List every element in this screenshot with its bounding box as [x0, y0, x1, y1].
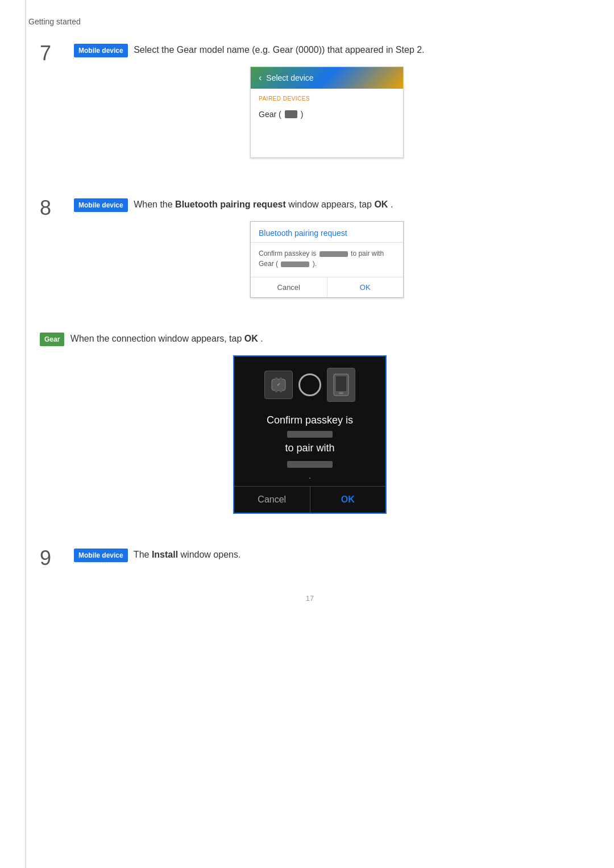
step-8: 8 Mobile device When the Bluetooth pairi… — [40, 198, 580, 309]
section-header: Getting started — [28, 17, 580, 26]
device-icon — [285, 110, 297, 118]
mobile-device-badge-7: Mobile device — [74, 44, 128, 57]
step-9-number: 9 — [40, 548, 68, 568]
step-9: 9 Mobile device The Install window opens… — [40, 548, 580, 571]
step-8-part1: When the — [134, 200, 175, 209]
gear-passkey-dot: . — [243, 471, 376, 480]
screen-empty-area — [251, 124, 403, 153]
bt-cancel-button[interactable]: Cancel — [251, 277, 327, 297]
gear-device-item[interactable]: Gear ( ) — [251, 104, 403, 124]
passkey-blur-2 — [281, 261, 309, 267]
select-device-header: ‹ Select device — [251, 67, 403, 89]
gear-device-paren-dialog: ). — [313, 260, 317, 268]
confirm-text-1: Confirm passkey is — [259, 250, 316, 258]
step-9-part1: The — [134, 550, 152, 559]
page-number: 17 — [306, 594, 314, 603]
paired-devices-label: PAIRED DEVICES — [251, 93, 403, 104]
gear-step-description: When the connection window appears, tap — [70, 334, 244, 343]
select-device-screen-wrapper: ‹ Select device PAIRED DEVICES Gear ( ) — [74, 67, 580, 175]
mobile-device-badge-9: Mobile device — [74, 549, 128, 562]
step-9-install: Install — [152, 550, 178, 559]
gear-device-name-area — [243, 461, 376, 468]
bt-dialog-body: Confirm passkey is to pair with Gear ( )… — [251, 243, 403, 277]
bt-pairing-dialog: Bluetooth pairing request Confirm passke… — [250, 221, 404, 298]
gear-step: Gear When the connection window appears,… — [40, 332, 580, 531]
bt-dialog-wrapper: Bluetooth pairing request Confirm passke… — [74, 221, 580, 309]
passkey-blur — [320, 251, 348, 257]
step-8-period: . — [391, 200, 393, 209]
gear-step-period: . — [260, 334, 263, 343]
gear-ok-button[interactable]: OK — [310, 487, 386, 513]
gear-step-ok: OK — [244, 334, 258, 343]
gear-confirm-screen: ✓ — [233, 355, 387, 514]
step-7: 7 Mobile device Select the Gear model na… — [40, 43, 580, 175]
gear-badge: Gear — [40, 333, 64, 346]
step-8-text: Mobile device When the Bluetooth pairing… — [74, 198, 580, 212]
bt-dialog-title: Bluetooth pairing request — [251, 222, 403, 243]
gear-step-content: Gear When the connection window appears,… — [40, 332, 580, 531]
step-7-description: Select the Gear model name (e.g. Gear (0… — [134, 45, 424, 55]
step-9-part2: window opens. — [181, 550, 241, 559]
step-8-ok: OK — [374, 200, 388, 209]
step-7-content: Mobile device Select the Gear model name… — [74, 43, 580, 175]
page-footer: 17 — [40, 594, 580, 603]
gear-step-text: Gear When the connection window appears,… — [40, 332, 580, 346]
step-8-number: 8 — [40, 198, 68, 218]
gear-passkey-blur — [287, 431, 333, 438]
select-device-screen: ‹ Select device PAIRED DEVICES Gear ( ) — [250, 67, 404, 158]
gear-device-name-dialog: Gear ( — [259, 260, 278, 268]
gear-device-name: Gear ( — [259, 110, 281, 119]
step-7-number: 7 — [40, 43, 68, 64]
step-9-content: Mobile device The Install window opens. — [74, 548, 580, 571]
step-8-bold: Bluetooth pairing request — [175, 200, 286, 209]
svg-rect-3 — [275, 390, 277, 392]
select-device-title: Select device — [266, 73, 313, 82]
svg-rect-1 — [275, 377, 277, 380]
ring-icon — [298, 373, 321, 396]
bt-ok-button[interactable]: OK — [327, 277, 404, 297]
phone-svg — [333, 373, 350, 396]
bt-dialog-buttons: Cancel OK — [251, 277, 403, 297]
gear-screen-icons: ✓ — [243, 368, 376, 402]
confirm-text-2: to pair with — [351, 250, 384, 258]
gear-device-paren: ) — [301, 110, 304, 119]
svg-rect-2 — [280, 377, 282, 380]
gear-confirm-line1: Confirm passkey is — [267, 414, 353, 426]
svg-rect-7 — [336, 376, 346, 391]
watch-svg: ✓ — [270, 376, 287, 393]
gear-confirm-wrapper: ✓ — [40, 355, 580, 531]
step-9-text: Mobile device The Install window opens. — [74, 548, 580, 562]
select-device-body: PAIRED DEVICES Gear ( ) — [251, 89, 403, 157]
gear-confirm-text: Confirm passkey is to pair with — [243, 413, 376, 455]
phone-icon — [327, 368, 355, 402]
step-8-part2: window appears, tap — [288, 200, 374, 209]
gear-dialog-buttons: Cancel OK — [234, 486, 385, 513]
svg-rect-4 — [280, 390, 282, 392]
back-arrow-icon: ‹ — [259, 73, 262, 83]
mobile-device-badge-8: Mobile device — [74, 198, 128, 212]
gear-cancel-button[interactable]: Cancel — [234, 487, 310, 513]
svg-text:✓: ✓ — [277, 382, 281, 387]
gear-confirm-line2: to pair with — [285, 442, 334, 454]
gear-device-blur — [287, 461, 333, 468]
watch-icon: ✓ — [264, 371, 293, 399]
step-7-text: Mobile device Select the Gear model name… — [74, 43, 580, 57]
step-8-content: Mobile device When the Bluetooth pairing… — [74, 198, 580, 309]
svg-rect-8 — [339, 392, 343, 394]
